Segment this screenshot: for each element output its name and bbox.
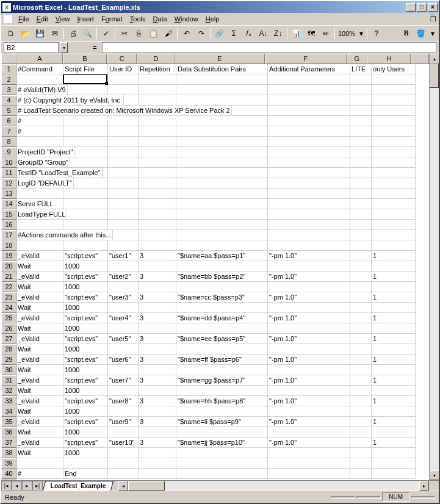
- cell[interactable]: [350, 437, 372, 448]
- cell[interactable]: [139, 126, 176, 137]
- row-header-5[interactable]: 5: [1, 106, 16, 116]
- zoom-dropdown[interactable]: ▾: [357, 27, 365, 40]
- col-header-F[interactable]: F: [265, 54, 346, 64]
- row-header-15[interactable]: 15: [1, 209, 16, 220]
- cell[interactable]: [108, 406, 139, 417]
- row-header-21[interactable]: 21: [1, 272, 16, 282]
- scroll-left-button[interactable]: ◂: [118, 481, 128, 491]
- cell[interactable]: [139, 386, 176, 396]
- cell[interactable]: 1000: [63, 386, 108, 396]
- save-button[interactable]: 💾: [33, 27, 47, 40]
- cell[interactable]: LITE: [350, 64, 372, 74]
- cell[interactable]: 1000: [63, 282, 108, 292]
- cell[interactable]: "-pm 1.0": [268, 334, 350, 344]
- cell[interactable]: "script.evs": [63, 334, 108, 344]
- cell[interactable]: [350, 469, 372, 479]
- cell[interactable]: [350, 355, 372, 365]
- cell[interactable]: 1000: [63, 303, 108, 313]
- cell[interactable]: _eValid: [16, 355, 63, 365]
- menu-format[interactable]: Format: [98, 14, 126, 24]
- cell[interactable]: 1000: [63, 323, 108, 334]
- row-header-30[interactable]: 30: [1, 365, 16, 375]
- cell[interactable]: [139, 147, 176, 157]
- cell[interactable]: 1000: [63, 365, 108, 375]
- row-header-34[interactable]: 34: [1, 406, 16, 417]
- cell[interactable]: # eValid(TM) V9: [16, 85, 68, 95]
- print-button[interactable]: 🖨: [66, 27, 80, 40]
- cell[interactable]: [139, 220, 176, 230]
- cell[interactable]: [139, 199, 176, 209]
- row-header-17[interactable]: 17: [1, 230, 16, 240]
- col-header-I[interactable]: [411, 54, 429, 64]
- formula-bar[interactable]: [102, 42, 436, 53]
- scroll-right-button[interactable]: ▸: [419, 481, 429, 491]
- cell[interactable]: "script.evs": [63, 417, 108, 427]
- cell[interactable]: [350, 189, 372, 199]
- cell[interactable]: [16, 240, 63, 251]
- row-header-22[interactable]: 22: [1, 282, 16, 292]
- cell[interactable]: [350, 292, 372, 303]
- cell[interactable]: [350, 365, 372, 375]
- cell[interactable]: "$name=ii $pass=p9": [176, 417, 268, 427]
- cell[interactable]: #Actions commands after this...: [16, 230, 113, 240]
- row-header-7[interactable]: 7: [1, 126, 16, 137]
- cell[interactable]: [176, 240, 268, 251]
- cell[interactable]: [268, 147, 350, 157]
- cell[interactable]: # (c) Copyright 2011 by eValid, Inc.: [16, 95, 124, 106]
- cell[interactable]: 1: [372, 417, 416, 427]
- cell[interactable]: [350, 458, 372, 469]
- cell[interactable]: "user6": [108, 355, 139, 365]
- cell[interactable]: [139, 261, 176, 272]
- cell[interactable]: 3: [139, 292, 176, 303]
- cell[interactable]: [372, 323, 416, 334]
- cell[interactable]: #: [16, 116, 63, 126]
- doc-minimize-button[interactable]: _: [430, 8, 436, 15]
- cell[interactable]: 1: [372, 437, 416, 448]
- paste-button[interactable]: 📋: [146, 27, 160, 40]
- cell[interactable]: [16, 189, 63, 199]
- cell[interactable]: "$name=cc $pass=p3": [176, 292, 268, 303]
- cell[interactable]: [139, 303, 176, 313]
- cell[interactable]: Serve FULL: [16, 199, 63, 209]
- cell[interactable]: [350, 406, 372, 417]
- cell[interactable]: [372, 209, 416, 220]
- cell[interactable]: [350, 303, 372, 313]
- cell[interactable]: [372, 282, 416, 292]
- cell[interactable]: _eValid: [16, 313, 63, 323]
- cell[interactable]: _eValid: [16, 437, 63, 448]
- cell[interactable]: TestID "LoadTest_Example": [16, 168, 103, 178]
- col-header-B[interactable]: B: [63, 54, 107, 64]
- cell[interactable]: [372, 95, 416, 106]
- cell[interactable]: 3: [139, 251, 176, 261]
- row-header-16[interactable]: 16: [1, 220, 16, 230]
- cell[interactable]: [63, 240, 108, 251]
- maximize-button[interactable]: □: [417, 3, 427, 12]
- cell[interactable]: Wait: [16, 323, 63, 334]
- sort-asc-button[interactable]: A↓: [256, 27, 270, 40]
- cell[interactable]: [63, 116, 108, 126]
- cell[interactable]: "-pm 1.0": [268, 251, 350, 261]
- row-header-11[interactable]: 11: [1, 168, 16, 178]
- cell[interactable]: [350, 137, 372, 147]
- cell[interactable]: Wait: [16, 303, 63, 313]
- cell[interactable]: [63, 209, 108, 220]
- cell[interactable]: [108, 74, 139, 85]
- row-header-38[interactable]: 38: [1, 448, 16, 458]
- cell[interactable]: [350, 396, 372, 406]
- cell[interactable]: [139, 178, 176, 189]
- cell[interactable]: [350, 272, 372, 282]
- cell[interactable]: "script.evs": [63, 292, 108, 303]
- cell[interactable]: "$name=aa $pass=p1": [176, 251, 268, 261]
- cell[interactable]: _eValid: [16, 375, 63, 386]
- row-header-31[interactable]: 31: [1, 375, 16, 386]
- cell[interactable]: [108, 126, 139, 137]
- doc-restore-button[interactable]: ❐: [430, 15, 436, 23]
- cell[interactable]: [176, 230, 268, 240]
- row-header-24[interactable]: 24: [1, 303, 16, 313]
- sort-desc-button[interactable]: Z↓: [271, 27, 285, 40]
- cell[interactable]: 1: [372, 375, 416, 386]
- row-header-39[interactable]: 39: [1, 458, 16, 469]
- cell[interactable]: [139, 189, 176, 199]
- cell[interactable]: [350, 261, 372, 272]
- name-box[interactable]: B2: [4, 42, 59, 53]
